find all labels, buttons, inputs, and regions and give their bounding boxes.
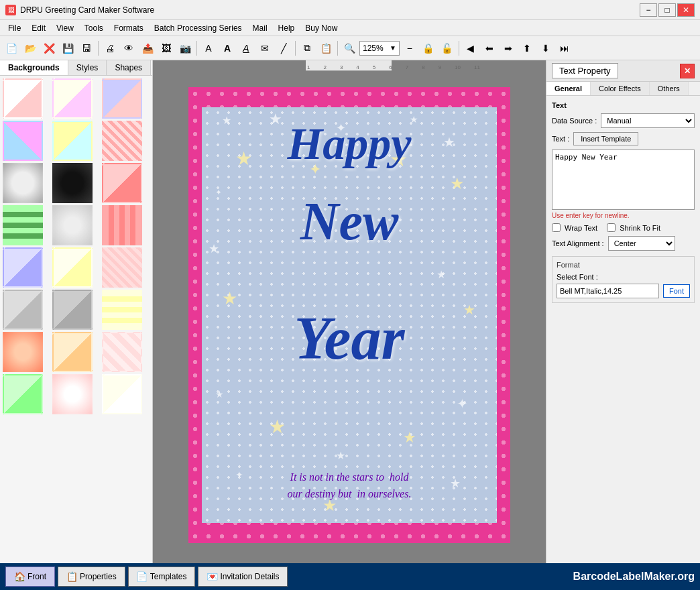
bottom-tab-templates-label: Templates [150,572,187,581]
print-button[interactable]: 🖨 [101,40,119,57]
font-input[interactable] [557,284,659,298]
menu-tools[interactable]: Tools [79,22,109,34]
nav-down[interactable]: ⬇ [537,40,555,57]
background-thumb-9[interactable] [102,163,142,203]
new-button[interactable]: 📄 [3,40,20,57]
zoom-input[interactable] [363,44,390,53]
background-thumb-21[interactable] [102,332,142,372]
bottom-tab-invitation[interactable]: 💌 Invitation Details [198,567,288,587]
window-controls: − □ ✕ [640,3,695,17]
close-doc-button[interactable]: ❌ [40,40,58,57]
maximize-button[interactable]: □ [658,3,676,17]
background-thumb-8[interactable] [52,163,93,203]
shrink-to-fit-checkbox[interactable] [607,223,616,232]
background-thumb-13[interactable] [3,247,43,288]
menu-help[interactable]: Help [273,22,300,34]
data-source-select[interactable]: Manual [601,113,695,128]
bottom-tab-properties-label: Properties [80,572,117,581]
tab-styles[interactable]: Styles [68,60,107,75]
text-bold-button[interactable]: A [219,40,236,57]
prop-tab-color-effects[interactable]: Color Effects [591,82,650,95]
copy-button[interactable]: ⧉ [298,40,316,57]
background-thumb-10[interactable] [3,205,43,245]
left-panel: Backgrounds Styles Shapes [0,60,153,563]
background-thumb-7[interactable] [3,163,43,203]
text-input-row: Text : Insert Template [552,132,695,145]
background-thumb-11[interactable] [52,205,93,245]
insert-template-button[interactable]: Insert Template [573,132,638,145]
toolbar-sep3 [295,41,296,56]
preview-button[interactable]: 👁 [120,40,137,57]
background-thumb-17[interactable] [52,290,93,330]
text-style-button[interactable]: A [237,40,255,57]
background-thumb-4[interactable] [3,121,43,161]
menu-file[interactable]: File [3,22,26,34]
thumbnail-area[interactable] [0,76,152,563]
save-button[interactable]: 💾 [59,40,76,57]
app-icon: 🖼 [5,5,16,15]
canvas-area[interactable]: 1234567891011 ★ ★ ✦ ★ ★ ★ ✦ [153,60,546,563]
back-button[interactable]: ◀ [462,40,479,57]
background-thumb-18[interactable] [102,290,142,330]
menu-mail[interactable]: Mail [247,22,273,34]
hint-text: Use enter key for newline. [552,212,695,219]
unlock-button[interactable]: 🔓 [439,40,456,57]
nav-right[interactable]: ➡ [500,40,517,57]
background-thumb-2[interactable] [52,78,93,119]
menu-buy[interactable]: Buy Now [300,22,343,34]
toolbar-sep5 [459,41,459,56]
zoom-dropdown-btn[interactable]: ▼ [390,44,396,52]
background-thumb-22[interactable] [3,374,43,414]
tab-backgrounds[interactable]: Backgrounds [0,60,68,75]
alignment-select[interactable]: Left Center Right [608,236,675,251]
tab-shapes[interactable]: Shapes [107,60,151,75]
minimize-button[interactable]: − [640,3,657,17]
background-thumb-14[interactable] [52,247,93,288]
nav-end[interactable]: ⏭ [556,40,573,57]
lock-button[interactable]: 🔒 [420,40,437,57]
camera-button[interactable]: 📷 [176,40,194,57]
background-thumb-12[interactable] [102,205,142,245]
background-thumb-24[interactable] [102,374,142,414]
save-as-button[interactable]: 🖫 [78,40,95,57]
bottom-tab-front[interactable]: 🏠 Front [5,567,55,587]
wrap-text-checkbox[interactable] [552,223,561,232]
background-thumb-15[interactable] [102,247,142,288]
export-button[interactable]: 📤 [139,40,156,57]
property-body: Text Data Source : Manual Text : Insert … [546,96,700,563]
property-close-button[interactable]: ✕ [680,64,695,78]
line-button[interactable]: ╱ [275,40,292,57]
prop-tab-general[interactable]: General [546,82,591,95]
text-button[interactable]: A [200,40,217,57]
card-text-year: Year [202,308,497,369]
paste-button[interactable]: 📋 [317,40,335,57]
background-thumb-16[interactable] [3,290,43,330]
menu-batch[interactable]: Batch Processing Series [149,22,247,34]
bottom-tab-properties[interactable]: 📋 Properties [58,567,125,587]
background-thumb-1[interactable] [3,78,43,119]
font-button[interactable]: Font [663,284,690,298]
nav-left[interactable]: ⬅ [481,40,498,57]
image-button[interactable]: 🖼 [158,40,175,57]
templates-icon: 📄 [137,571,148,582]
background-thumb-19[interactable] [3,332,43,372]
text-input[interactable]: Happy New Year [552,150,695,210]
background-thumb-20[interactable] [52,332,93,372]
menu-edit[interactable]: Edit [26,22,51,34]
background-thumb-5[interactable] [52,121,93,161]
bottom-tab-templates[interactable]: 📄 Templates [128,567,196,587]
menu-view[interactable]: View [51,22,79,34]
background-thumb-3[interactable] [102,78,142,119]
zoom-out-glass[interactable]: 🔍 [341,40,358,57]
star-gold-7: ★ [269,416,286,438]
zoom-minus-button[interactable]: − [401,40,418,57]
star-gold-4: ★ [450,174,465,193]
close-button[interactable]: ✕ [677,3,695,17]
email-button[interactable]: ✉ [256,40,274,57]
background-thumb-6[interactable] [102,121,142,161]
nav-up[interactable]: ⬆ [518,40,536,57]
menu-formats[interactable]: Formats [109,22,149,34]
background-thumb-23[interactable] [52,374,93,414]
open-button[interactable]: 📂 [21,40,39,57]
prop-tab-others[interactable]: Others [650,82,689,95]
